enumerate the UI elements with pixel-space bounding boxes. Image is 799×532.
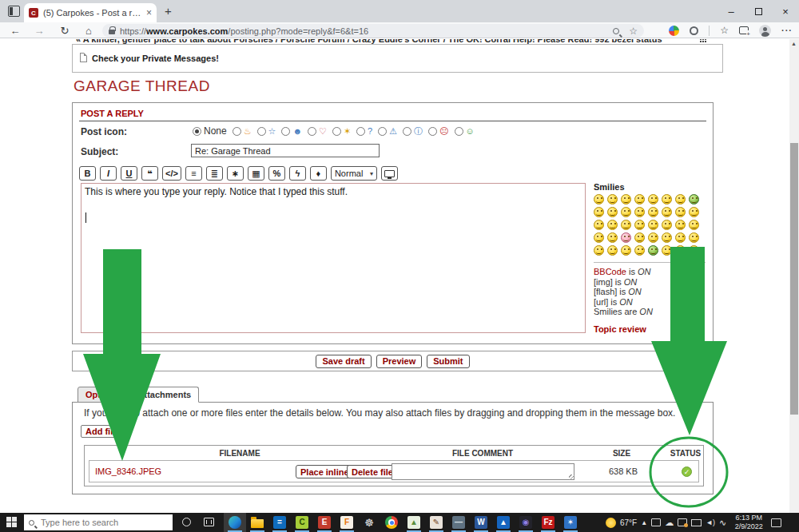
smiley-icon[interactable] — [662, 207, 672, 217]
radio-info[interactable] — [403, 127, 411, 136]
url-button[interactable]: % — [268, 166, 285, 181]
profile-avatar[interactable] — [759, 25, 771, 37]
file-comment-input[interactable] — [392, 463, 574, 480]
taskbar-app-app-e[interactable]: E — [313, 513, 336, 532]
extension-ring-icon[interactable] — [690, 26, 698, 35]
refresh-button[interactable]: ↻ — [56, 23, 74, 38]
taskbar-app-edge[interactable] — [224, 513, 246, 532]
lock-icon[interactable] — [109, 30, 115, 34]
post-icon-option-star[interactable]: ☆ — [257, 127, 276, 136]
tab-close-icon[interactable]: × — [146, 7, 152, 18]
bold-button[interactable]: B — [79, 166, 96, 181]
smiley-icon[interactable] — [675, 207, 686, 217]
taskbar-app-photo-viewer[interactable]: ▲ — [403, 513, 425, 532]
post-icon-option-fire[interactable]: ♨ — [233, 127, 252, 136]
weather-temp[interactable]: 67°F — [620, 518, 637, 527]
resize-grip-icon[interactable] — [569, 474, 574, 480]
smiley-icon[interactable] — [621, 220, 631, 230]
smiley-icon[interactable] — [607, 232, 618, 243]
post-icon-option-heart[interactable]: ♡ — [308, 127, 327, 136]
smiley-icon[interactable] — [621, 232, 631, 243]
save-draft-button[interactable]: Save draft — [316, 355, 371, 368]
smiley-icon[interactable] — [607, 207, 618, 217]
post-icon-option-warning[interactable]: ⚠ — [378, 127, 397, 136]
smiley-icon[interactable] — [607, 245, 618, 256]
smiley-icon[interactable] — [675, 232, 686, 243]
delete-file-button[interactable]: Delete file — [347, 465, 398, 478]
place-inline-button[interactable]: Place inline — [296, 465, 354, 478]
workspace-icon[interactable] — [8, 6, 20, 17]
smiley-icon[interactable] — [594, 194, 604, 204]
search-input[interactable] — [39, 517, 168, 528]
smiley-icon[interactable] — [689, 194, 699, 204]
post-icon-option-angry[interactable]: ☹ — [428, 127, 448, 136]
bbcode-faq-link[interactable]: BBCode — [594, 267, 626, 276]
smiley-icon[interactable] — [648, 220, 658, 230]
tray-expand-icon[interactable]: ▲ — [641, 519, 647, 526]
maximize-button[interactable] — [745, 0, 772, 22]
smiley-icon[interactable] — [689, 207, 699, 217]
ordered-list-button[interactable]: ≣ — [206, 166, 223, 181]
taskbar-search[interactable] — [24, 514, 173, 530]
browser-tab[interactable]: C (5) Carpokes - Post a reply × — [24, 3, 157, 22]
cortana-icon[interactable] — [182, 518, 191, 526]
radio-heart[interactable] — [308, 127, 316, 136]
smiley-icon[interactable] — [621, 194, 631, 204]
page-scrollbar[interactable]: ▲ — [789, 39, 799, 513]
network-activity-icon[interactable]: ∿ — [719, 518, 726, 527]
post-icon-option-cool[interactable]: ☻ — [281, 127, 302, 136]
taskbar-app-camtasia[interactable]: C — [291, 513, 313, 532]
taskbar-app-calculator[interactable]: = — [268, 513, 291, 532]
favorites-bar-icon[interactable]: ☆ — [720, 25, 729, 36]
post-icon-option-question[interactable]: ? — [356, 127, 372, 136]
apps-grid-icon[interactable] — [700, 39, 706, 42]
smiley-icon[interactable] — [634, 232, 645, 243]
smiley-icon[interactable] — [662, 220, 672, 230]
smiley-icon[interactable] — [689, 220, 699, 230]
scrollbar-thumb[interactable] — [790, 143, 798, 415]
smiley-icon[interactable] — [675, 245, 686, 256]
extension-pinwheel-icon[interactable] — [669, 26, 679, 36]
smiley-icon[interactable] — [662, 194, 672, 204]
taskbar-app-app-gray[interactable]: — — [447, 513, 470, 532]
post-icon-option-light[interactable]: ✶ — [332, 127, 351, 136]
post-icon-option-none[interactable]: None — [193, 125, 227, 137]
radio-none[interactable] — [193, 127, 201, 136]
smiley-icon[interactable] — [689, 245, 699, 256]
private-messages-link[interactable]: Check your Private Messages! — [92, 54, 219, 63]
subject-input[interactable] — [191, 144, 380, 157]
smiley-icon[interactable] — [621, 207, 631, 217]
smiley-icon[interactable] — [662, 245, 672, 256]
home-button[interactable]: ⌂ — [80, 23, 97, 38]
radio-question[interactable] — [356, 127, 365, 136]
start-button[interactable] — [6, 517, 18, 528]
preview-button[interactable]: Preview — [376, 355, 423, 368]
collections-icon[interactable] — [739, 26, 749, 34]
smiley-icon[interactable] — [621, 245, 631, 256]
tray-app-icon[interactable] — [651, 518, 661, 526]
new-tab-button[interactable]: + — [165, 4, 172, 18]
zoom-icon[interactable] — [613, 28, 619, 34]
forward-button[interactable]: → — [30, 23, 48, 38]
post-icon-option-alien[interactable]: ☺ — [455, 127, 475, 136]
taskbar-app-settings[interactable]: ☸ — [358, 513, 380, 532]
font-colour-button[interactable]: ♦ — [310, 166, 327, 181]
list-button[interactable]: ≡ — [185, 166, 202, 181]
taskbar-clock[interactable]: 6:13 PM 2/9/2022 — [730, 514, 767, 531]
radio-warning[interactable] — [378, 127, 387, 136]
taskbar-app-chrome[interactable] — [380, 513, 403, 532]
taskbar-app-app-f[interactable]: F — [336, 513, 358, 532]
tab-options[interactable]: Options — [78, 387, 127, 403]
smiley-icon[interactable] — [648, 207, 658, 217]
smiley-icon[interactable] — [634, 220, 645, 230]
notification-center-icon[interactable] — [771, 518, 781, 527]
smiley-icon[interactable] — [648, 194, 658, 204]
flash-button[interactable]: ϟ — [289, 166, 306, 181]
smiley-icon[interactable] — [594, 232, 604, 243]
taskbar-app-filezilla[interactable]: Fz — [537, 513, 559, 532]
taskbar-app-paint-app[interactable]: ✎ — [425, 513, 447, 532]
back-button[interactable]: ← — [6, 23, 24, 38]
task-view-icon[interactable] — [204, 518, 214, 526]
underline-button[interactable]: U — [121, 166, 137, 181]
message-textarea[interactable]: This is where you type your reply. Notic… — [81, 183, 586, 333]
